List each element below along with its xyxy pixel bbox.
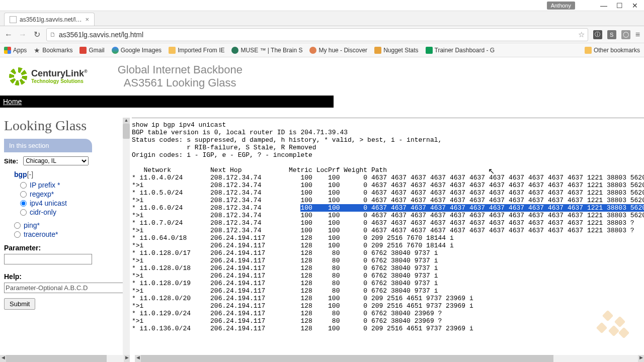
sidebar-heading: Looking Glass [4,118,125,134]
sidebar: Looking Glass In this section Site: Chic… [0,118,129,362]
bookmark-item[interactable]: Gmail [79,47,104,54]
page-titles: Global Internet Backbone AS3561 Looking … [118,63,243,89]
section-tab: In this section [4,139,92,152]
apps-icon [4,47,11,54]
scroll-right-icon[interactable]: ▶ [124,355,130,362]
other-bookmarks[interactable]: Other bookmarks [585,47,640,54]
bookmarks-bar: Apps★BookmarksGmailGoogle ImagesImported… [0,43,644,57]
output-panel: show ip bgp ipv4 unicast BGP table versi… [132,118,644,362]
tree-toggle-icon[interactable]: [-] [27,170,33,178]
watermark-icon [594,312,629,337]
brand-subtitle: Technology Solutions [31,78,88,84]
bookmark-item[interactable]: ★Bookmarks [34,46,72,54]
bookmark-item[interactable]: Imported From IE [169,47,224,54]
scroll-left-icon[interactable]: ◀ [135,355,141,362]
sidebar-hscrollbar[interactable]: ◀ ▶ [0,355,130,362]
star-icon: ★ [34,46,40,54]
tree-bgp-child[interactable]: ipv4 unicast [20,199,125,208]
scroll-thumb[interactable] [6,355,107,362]
forward-button[interactable]: → [18,30,27,39]
parameter-label: Parameter: [4,244,125,252]
window-controls: — ☐ ✕ [600,2,638,10]
url-text: as3561lg.savvis.net/lg.html [59,31,575,39]
tab-close-icon[interactable]: × [85,16,89,23]
bgp-option-radio[interactable] [20,209,27,216]
site-select[interactable]: Chicago, IL [23,156,89,165]
browser-menu-icon[interactable]: ≡ [635,30,640,39]
bookmark-star-icon[interactable]: ☆ [578,30,585,39]
logo: CenturyLink® Technology Solutions [9,67,88,85]
bookmark-label: Nugget Stats [383,47,418,54]
sidebar-scrollbar[interactable]: ▲ ▼ [123,118,130,362]
bgp-option-radio[interactable] [20,200,27,207]
tree-item-label: IP prefix * [30,181,60,189]
sheets-icon [426,47,433,54]
minimize-button[interactable]: — [600,2,607,10]
traceroute-radio[interactable] [14,231,21,238]
extension-icon[interactable]: S [607,30,616,39]
bookmark-label: My hue - Discover [318,47,367,54]
page-header: CenturyLink® Technology Solutions Global… [0,57,644,96]
extension-icon[interactable]: ◯ [621,30,630,39]
bookmark-label: Gmail [89,47,104,54]
bottom-scrollbars: ◀ ▶ ◀ ▶ [0,355,644,362]
command-tree: bgp[-] IP prefix *regexp*ipv4 unicastcid… [14,170,125,239]
reload-button[interactable]: ↻ [32,30,41,39]
scroll-thumb[interactable] [141,355,553,362]
site-info-icon[interactable]: 🗋 [50,31,56,38]
bgp-option-radio[interactable] [20,191,27,198]
hue-icon [309,47,316,54]
site-label: Site: [4,157,18,165]
tree-item-label: ipv4 unicast [30,199,67,207]
bookmark-label: Google Images [121,47,162,54]
bookmark-item[interactable]: Google Images [112,47,162,54]
tree-bgp-child[interactable]: cidr-only [20,208,125,217]
title-line-2: AS3561 Looking Glass [124,76,243,89]
bgp-output[interactable]: show ip bgp ipv4 unicast BGP table versi… [132,118,644,332]
bookmark-label: Apps [13,47,27,54]
tree-traceroute-node[interactable]: traceroute* [14,230,125,239]
scroll-up-icon[interactable]: ▲ [123,118,130,124]
nugget-icon [374,47,381,54]
scroll-thumb[interactable] [123,124,130,139]
tree-ping-node[interactable]: ping* [14,221,125,230]
bookmark-item[interactable]: MUSE ™ | The Brain S [231,47,302,54]
bookmark-item[interactable]: Nugget Stats [374,47,418,54]
browser-urlbar: ← → ↻ 🗋 as3561lg.savvis.net/lg.html ☆ ⓘ … [0,26,644,43]
parameter-input[interactable] [4,254,92,264]
back-button[interactable]: ← [4,30,13,39]
tab-favicon [10,16,17,23]
bookmark-item[interactable]: Apps [4,47,27,54]
bookmark-item[interactable]: Trainer Dashboard - G [426,47,495,54]
close-button[interactable]: ✕ [632,2,638,10]
bookmark-label: MUSE ™ | The Brain S [240,47,302,54]
browser-tabbar: as3561lg.savvis.net/lg.htm × [0,11,644,26]
help-input[interactable] [4,283,125,293]
tree-bgp-child[interactable]: regexp* [20,190,125,199]
brand-name: CenturyLink® [31,69,88,79]
brain-icon [231,47,238,54]
scroll-right-icon[interactable]: ▶ [638,355,644,362]
other-bookmarks-label: Other bookmarks [594,47,640,54]
google-icon [112,47,119,54]
bookmark-item[interactable]: My hue - Discover [309,47,367,54]
submit-button[interactable]: Submit [4,298,35,310]
tree-bgp-node[interactable]: bgp[-] [14,170,125,178]
gmail-icon [79,47,87,54]
tree-item-label: regexp* [30,190,54,198]
logo-burst-icon [9,67,27,85]
url-input[interactable]: 🗋 as3561lg.savvis.net/lg.html ☆ [46,28,588,41]
bookmark-label: Bookmarks [42,47,72,54]
tree-bgp-child[interactable]: IP prefix * [20,180,125,190]
scroll-left-icon[interactable]: ◀ [0,355,6,362]
bgp-option-radio[interactable] [20,182,27,189]
extension-icon[interactable]: ⓘ [593,30,602,39]
browser-tab[interactable]: as3561lg.savvis.net/lg.htm × [4,13,95,26]
home-link[interactable]: Home [3,98,22,106]
maximize-button[interactable]: ☐ [616,2,623,10]
user-badge[interactable]: Anthony [547,2,575,10]
output-hscrollbar[interactable]: ◀ ▶ [135,355,644,362]
help-label: Help: [4,273,125,281]
folder-icon [169,47,176,54]
ping-radio[interactable] [14,222,21,229]
